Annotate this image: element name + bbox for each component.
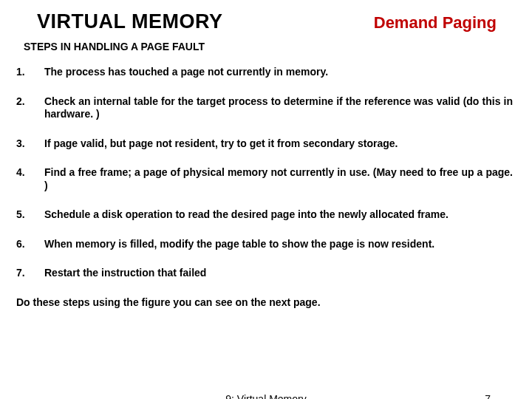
step-number: 7. [16, 267, 44, 280]
footer-chapter: 9: Virtual Memory [225, 393, 306, 399]
step-text: When memory is filled, modify the page t… [44, 238, 516, 251]
step-number: 6. [16, 238, 44, 251]
list-item: 2. Check an internal table for the targe… [16, 95, 516, 121]
list-item: 3. If page valid, but page not resident,… [16, 137, 516, 151]
slide-title: VIRTUAL MEMORY [16, 10, 223, 33]
step-text: Find a free frame; a page of physical me… [44, 166, 516, 192]
step-text: If page valid, but page not resident, tr… [44, 137, 516, 151]
step-text: Schedule a disk operation to read the de… [44, 208, 516, 222]
list-item: 7. Restart the instruction that failed [16, 267, 516, 280]
step-number: 1. [16, 66, 44, 79]
step-number: 3. [16, 137, 44, 151]
footer-page-number: 7 [485, 393, 491, 399]
step-text: Restart the instruction that failed [44, 267, 516, 280]
step-number: 5. [16, 208, 44, 222]
slide-header: VIRTUAL MEMORY Demand Paging [16, 10, 516, 33]
list-item: 1. The process has touched a page not cu… [16, 66, 516, 79]
step-text: The process has touched a page not curre… [44, 66, 516, 79]
list-item: 5. Schedule a disk operation to read the… [16, 208, 516, 222]
step-number: 2. [16, 95, 44, 121]
slide-subtitle: Demand Paging [374, 10, 516, 33]
steps-list: 1. The process has touched a page not cu… [16, 66, 516, 280]
step-number: 4. [16, 166, 44, 192]
closing-note: Do these steps using the figure you can … [16, 296, 516, 308]
section-heading: STEPS IN HANDLING A PAGE FAULT [16, 41, 516, 52]
list-item: 4. Find a free frame; a page of physical… [16, 166, 516, 192]
list-item: 6. When memory is filled, modify the pag… [16, 238, 516, 251]
step-text: Check an internal table for the target p… [44, 95, 516, 121]
